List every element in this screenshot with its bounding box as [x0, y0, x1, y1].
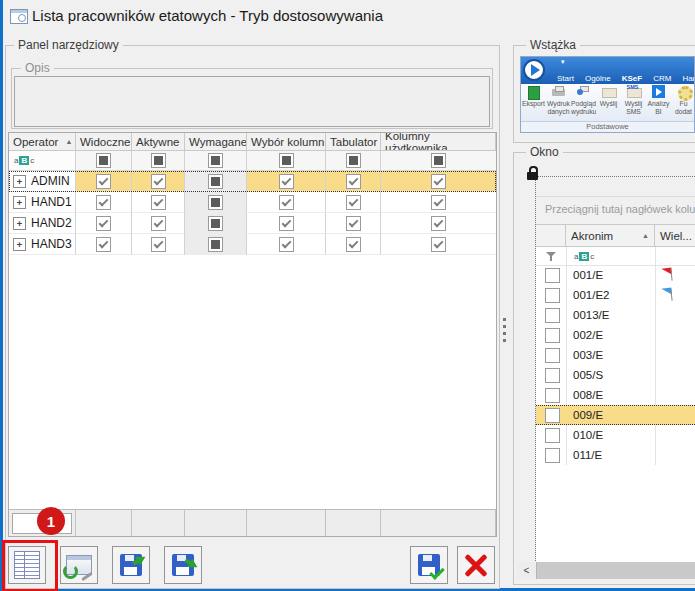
- ribbon-button-eksport[interactable]: Eksport: [521, 84, 546, 121]
- filter-cell[interactable]: [381, 151, 496, 171]
- list-item[interactable]: 002/E: [536, 325, 695, 345]
- row-checkbox[interactable]: [545, 368, 560, 383]
- checkbox-widoczne[interactable]: [96, 216, 111, 231]
- checkbox-indeterminate[interactable]: [431, 153, 446, 168]
- table-row-hand1[interactable]: +HAND1: [9, 192, 496, 213]
- checkbox-tabulator[interactable]: [346, 237, 361, 252]
- list-item[interactable]: 001/E: [536, 265, 695, 285]
- restore-window-settings-button[interactable]: [60, 546, 98, 584]
- checkbox-indeterminate[interactable]: [151, 153, 166, 168]
- list-item[interactable]: 0013/E: [536, 305, 695, 325]
- checkbox-wymagane[interactable]: [208, 237, 223, 252]
- ribbon-button-wyslij-sms[interactable]: SMSWyślij SMS: [621, 84, 646, 121]
- expand-icon[interactable]: +: [13, 217, 26, 230]
- expand-icon[interactable]: +: [13, 238, 26, 251]
- checkbox-wymagane[interactable]: [208, 195, 223, 210]
- checkbox-aktywne[interactable]: [151, 174, 166, 189]
- horizontal-scrollbar[interactable]: <: [517, 562, 695, 579]
- save-layout-button[interactable]: [112, 546, 150, 584]
- tab-start[interactable]: Start: [557, 74, 574, 83]
- filter-cell-operator[interactable]: aBc: [9, 151, 76, 171]
- ribbon-button-podglad-wydruku[interactable]: Podgląd wydruku: [571, 84, 596, 121]
- checkbox-wybor-kolumn[interactable]: [279, 237, 294, 252]
- checkbox-tabulator[interactable]: [346, 195, 361, 210]
- checkbox-kolumny-uzytkownika[interactable]: [431, 195, 446, 210]
- expand-icon[interactable]: +: [13, 196, 26, 209]
- checkbox-aktywne[interactable]: [151, 237, 166, 252]
- checkbox-kolumny-uzytkownika[interactable]: [431, 237, 446, 252]
- list-header-wiel[interactable]: Wiel...: [655, 225, 695, 246]
- accept-button[interactable]: [410, 546, 448, 584]
- checkbox-kolumny-uzytkownika[interactable]: [431, 174, 446, 189]
- checkbox-aktywne[interactable]: [151, 195, 166, 210]
- list-item-selected[interactable]: 009/E: [536, 405, 695, 425]
- list-item[interactable]: 010/E: [536, 425, 695, 445]
- filter-cell[interactable]: [132, 151, 185, 171]
- row-checkbox[interactable]: [545, 288, 560, 303]
- table-row-admin[interactable]: +ADMIN: [9, 171, 496, 192]
- ribbon-button-wyslij[interactable]: Wyślij: [596, 84, 621, 121]
- list-item[interactable]: 003/E: [536, 345, 695, 365]
- table-row-hand2[interactable]: +HAND2: [9, 213, 496, 234]
- export-icon: [527, 85, 541, 99]
- column-header-tabulator[interactable]: Tabulator: [326, 133, 381, 151]
- checkbox-wybor-kolumn[interactable]: [279, 216, 294, 231]
- annotation-step-badge: 1: [37, 507, 65, 535]
- cancel-button[interactable]: [457, 546, 495, 584]
- table-row-hand3[interactable]: +HAND3: [9, 234, 496, 255]
- scroll-left-button[interactable]: <: [517, 562, 537, 579]
- sms-mail-icon: SMS: [627, 85, 641, 99]
- expand-icon[interactable]: +: [13, 175, 26, 188]
- row-checkbox[interactable]: [545, 348, 560, 363]
- tab-ksef[interactable]: KSeF: [622, 74, 642, 83]
- column-header-widoczne[interactable]: Widoczne: [76, 133, 132, 151]
- row-checkbox[interactable]: [545, 448, 560, 463]
- quick-access-caret-icon[interactable]: ▾: [561, 58, 565, 66]
- row-checkbox[interactable]: [545, 408, 560, 423]
- filter-cell[interactable]: [326, 151, 381, 171]
- tab-handel[interactable]: Handel: [682, 74, 695, 83]
- checkbox-indeterminate[interactable]: [346, 153, 361, 168]
- row-checkbox[interactable]: [545, 388, 560, 403]
- opis-textarea[interactable]: [14, 76, 490, 127]
- row-checkbox[interactable]: [545, 328, 560, 343]
- column-header-kolumny-uzytkownika[interactable]: Kolumny użytkownika: [381, 133, 496, 151]
- column-header-aktywne[interactable]: Aktywne: [132, 133, 185, 151]
- list-item[interactable]: 011/E: [536, 445, 695, 465]
- splitter-handle[interactable]: [503, 318, 506, 342]
- tab-crm[interactable]: CRM: [653, 74, 671, 83]
- checkbox-widoczne[interactable]: [96, 174, 111, 189]
- checkbox-indeterminate[interactable]: [208, 153, 223, 168]
- filter-funnel-icon[interactable]: [546, 251, 557, 262]
- row-checkbox[interactable]: [545, 428, 560, 443]
- row-checkbox[interactable]: [545, 268, 560, 283]
- checkbox-tabulator[interactable]: [346, 216, 361, 231]
- list-item[interactable]: 001/E2: [536, 285, 695, 305]
- list-item[interactable]: 008/E: [536, 385, 695, 405]
- checkbox-aktywne[interactable]: [151, 216, 166, 231]
- save-layout-global-button[interactable]: [164, 546, 202, 584]
- filter-cell[interactable]: [76, 151, 132, 171]
- ribbon-button-funkcje-dodatkowe[interactable]: Fu dodat: [671, 84, 695, 121]
- checkbox-kolumny-uzytkownika[interactable]: [431, 216, 446, 231]
- checkbox-indeterminate[interactable]: [96, 153, 111, 168]
- ribbon-button-wydruk-danych[interactable]: Wydruk danych: [546, 84, 571, 121]
- checkbox-wymagane[interactable]: [208, 216, 223, 231]
- checkbox-wybor-kolumn[interactable]: [279, 174, 294, 189]
- checkbox-widoczne[interactable]: [96, 195, 111, 210]
- checkbox-widoczne[interactable]: [96, 237, 111, 252]
- checkbox-indeterminate[interactable]: [279, 153, 294, 168]
- list-header-akronim[interactable]: Akronim ▲: [566, 225, 655, 246]
- filter-cell[interactable]: [185, 151, 247, 171]
- column-header-wymagane[interactable]: Wymagane: [185, 133, 247, 151]
- checkbox-wymagane[interactable]: [208, 174, 223, 189]
- column-header-operator[interactable]: Operator ▲: [9, 133, 76, 151]
- column-header-wybor-kolumn[interactable]: Wybór kolumn: [247, 133, 326, 151]
- checkbox-tabulator[interactable]: [346, 174, 361, 189]
- filter-cell[interactable]: [247, 151, 326, 171]
- row-checkbox[interactable]: [545, 308, 560, 323]
- ribbon-button-analizy-bi[interactable]: Analizy BI: [646, 84, 671, 121]
- checkbox-wybor-kolumn[interactable]: [279, 195, 294, 210]
- list-item[interactable]: 005/S: [536, 365, 695, 385]
- tab-ogolne[interactable]: Ogólne: [585, 74, 611, 83]
